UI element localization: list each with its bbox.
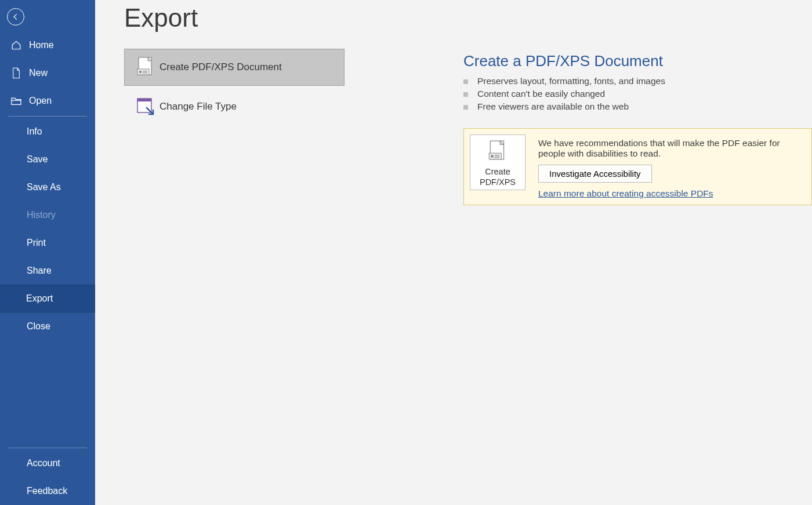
sidebar-item-label: Account — [27, 458, 60, 468]
detail-bullets: Preserves layout, formatting, fonts, and… — [463, 76, 812, 112]
sidebar-item-new[interactable]: New — [0, 59, 95, 87]
pdf-document-icon — [488, 140, 507, 163]
sidebar-item-open[interactable]: Open — [0, 87, 95, 115]
option-label: Create PDF/XPS Document — [160, 61, 282, 73]
sidebar-item-label: History — [27, 210, 56, 220]
new-file-icon — [10, 67, 22, 79]
arrow-left-icon — [12, 13, 20, 21]
change-file-type-icon — [132, 97, 160, 117]
bullet-text: Preserves layout, formatting, fonts, and… — [477, 76, 665, 86]
option-change-file-type[interactable]: Change File Type — [124, 88, 345, 125]
bullet-icon — [463, 79, 468, 84]
svg-rect-11 — [495, 157, 499, 157]
sidebar-item-label: Print — [27, 238, 46, 248]
svg-rect-3 — [143, 71, 147, 71]
sidebar-item-export[interactable]: Export — [0, 285, 95, 313]
investigate-accessibility-button[interactable]: Investigate Accessibility — [538, 165, 652, 183]
sidebar-divider — [8, 448, 87, 448]
sidebar-divider — [8, 116, 87, 117]
sidebar-item-print[interactable]: Print — [0, 229, 95, 257]
create-pdf-xps-button[interactable]: Create PDF/XPS — [470, 135, 525, 190]
sidebar-item-label: Close — [27, 321, 50, 332]
accessibility-panel: Create PDF/XPS We have recommendations t… — [463, 128, 812, 205]
sidebar-item-label: Save — [27, 154, 48, 165]
sidebar-item-label: Save As — [27, 182, 61, 192]
svg-rect-6 — [137, 99, 151, 101]
option-label: Change File Type — [160, 101, 237, 112]
sidebar-spacer — [0, 340, 95, 446]
sidebar-item-close[interactable]: Close — [0, 313, 95, 340]
learn-more-link[interactable]: Learn more about creating accessible PDF… — [538, 188, 713, 199]
export-options: Create PDF/XPS Document Change File Type — [124, 49, 345, 125]
nav-bottom-group: Account Feedback — [0, 449, 95, 505]
svg-rect-4 — [143, 72, 147, 73]
bullet-icon — [463, 92, 468, 97]
accessibility-text: We have recommendations that will make t… — [538, 135, 803, 199]
export-detail-panel: Create a PDF/XPS Document Preserves layo… — [463, 52, 812, 205]
svg-rect-2 — [139, 71, 142, 73]
detail-bullet: Free viewers are available on the web — [463, 101, 812, 112]
home-icon — [10, 39, 22, 51]
sidebar-item-account[interactable]: Account — [0, 449, 95, 477]
bullet-icon — [463, 105, 468, 110]
option-create-pdf-xps[interactable]: Create PDF/XPS Document — [124, 49, 345, 86]
backstage-sidebar: Home New Open Info Save Save As History — [0, 0, 95, 505]
bullet-text: Content can't be easily changed — [477, 89, 605, 99]
svg-rect-9 — [491, 155, 493, 157]
sidebar-item-history: History — [0, 201, 95, 229]
sidebar-item-save[interactable]: Save — [0, 146, 95, 173]
sidebar-item-label: Open — [29, 96, 52, 106]
nav-file-group: Info Save Save As History Print Share Ex… — [0, 118, 95, 340]
nav-primary-group: Home New Open — [0, 31, 95, 115]
sidebar-item-save-as[interactable]: Save As — [0, 173, 95, 201]
sidebar-item-label: Info — [27, 126, 42, 137]
sidebar-item-feedback[interactable]: Feedback — [0, 477, 95, 505]
sidebar-item-label: New — [29, 68, 48, 78]
sidebar-item-label: Home — [29, 40, 54, 50]
sidebar-item-label: Share — [27, 266, 52, 276]
backstage-main: Export Create PDF/XPS Document — [95, 0, 812, 505]
recommendation-text: We have recommendations that will make t… — [538, 138, 803, 159]
detail-bullet: Content can't be easily changed — [463, 89, 812, 99]
page-title: Export — [124, 3, 812, 32]
sidebar-item-home[interactable]: Home — [0, 31, 95, 59]
detail-bullet: Preserves layout, formatting, fonts, and… — [463, 76, 812, 86]
pdf-document-icon — [132, 56, 160, 78]
detail-title: Create a PDF/XPS Document — [463, 52, 812, 70]
create-button-caption: Create PDF/XPS — [480, 166, 516, 187]
back-button[interactable] — [7, 8, 24, 26]
sidebar-item-label: Export — [26, 293, 53, 304]
folder-open-icon — [10, 95, 22, 107]
svg-rect-10 — [495, 155, 499, 155]
sidebar-item-label: Feedback — [27, 486, 67, 496]
sidebar-item-info[interactable]: Info — [0, 118, 95, 146]
sidebar-item-share[interactable]: Share — [0, 257, 95, 285]
bullet-text: Free viewers are available on the web — [477, 101, 629, 112]
